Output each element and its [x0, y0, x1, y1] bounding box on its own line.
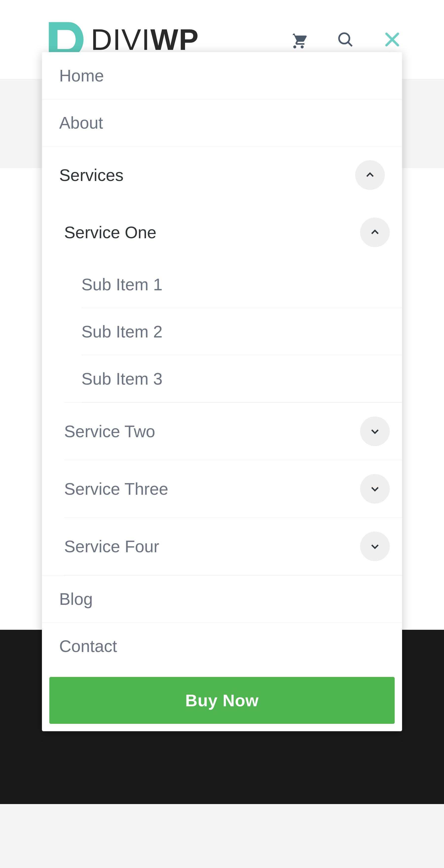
brand-name-part1: DIVI — [91, 23, 150, 57]
svg-line-1 — [348, 42, 352, 46]
buy-now-button[interactable]: Buy Now — [49, 677, 395, 724]
chevron-down-icon[interactable] — [360, 416, 390, 446]
nav-label: Services — [59, 165, 124, 185]
chevron-down-icon[interactable] — [360, 474, 390, 504]
nav-label: Home — [59, 66, 104, 85]
close-icon[interactable] — [382, 30, 402, 50]
nav-label: Sub Item 2 — [81, 322, 163, 341]
brand-name-part2: WP — [150, 23, 199, 57]
nav-label: Sub Item 1 — [81, 275, 163, 294]
search-icon[interactable] — [336, 30, 355, 50]
svg-point-0 — [339, 33, 349, 44]
nav-item-service-one[interactable]: Service One — [64, 204, 402, 261]
nav-item-sub-3[interactable]: Sub Item 3 — [81, 355, 402, 402]
nav-item-about[interactable]: About — [42, 99, 402, 146]
brand-wordmark: DIVIWP — [91, 23, 199, 57]
nav-label: Service Two — [64, 422, 155, 441]
nav-item-contact[interactable]: Contact — [42, 623, 402, 670]
nav-item-sub-2[interactable]: Sub Item 2 — [81, 308, 402, 355]
mobile-nav-menu: Home About Services — [42, 52, 402, 731]
nav-submenu-services: Service One Sub Item 1 — [42, 204, 402, 575]
nav-label: Contact — [59, 637, 117, 656]
nav-label: Service Four — [64, 537, 159, 556]
nav-label: Sub Item 3 — [81, 369, 163, 388]
chevron-up-icon[interactable] — [355, 160, 385, 190]
cart-icon[interactable] — [288, 30, 308, 50]
nav-label: About — [59, 113, 103, 132]
nav-label: Service Three — [64, 479, 168, 498]
nav-label: Service One — [64, 223, 157, 242]
nav-item-services[interactable]: Services — [42, 146, 402, 204]
nav-item-sub-1[interactable]: Sub Item 1 — [81, 261, 402, 308]
header-actions — [288, 30, 402, 50]
nav-item-service-two[interactable]: Service Two — [64, 403, 402, 460]
nav-submenu-service-one: Sub Item 1 Sub Item 2 — [64, 261, 402, 402]
nav-item-home[interactable]: Home — [42, 52, 402, 99]
chevron-up-icon[interactable] — [360, 217, 390, 247]
nav-label: Blog — [59, 589, 93, 609]
nav-item-service-three[interactable]: Service Three — [64, 460, 402, 518]
chevron-down-icon[interactable] — [360, 531, 390, 561]
nav-item-blog[interactable]: Blog — [42, 576, 402, 622]
nav-item-service-four[interactable]: Service Four — [64, 518, 402, 575]
